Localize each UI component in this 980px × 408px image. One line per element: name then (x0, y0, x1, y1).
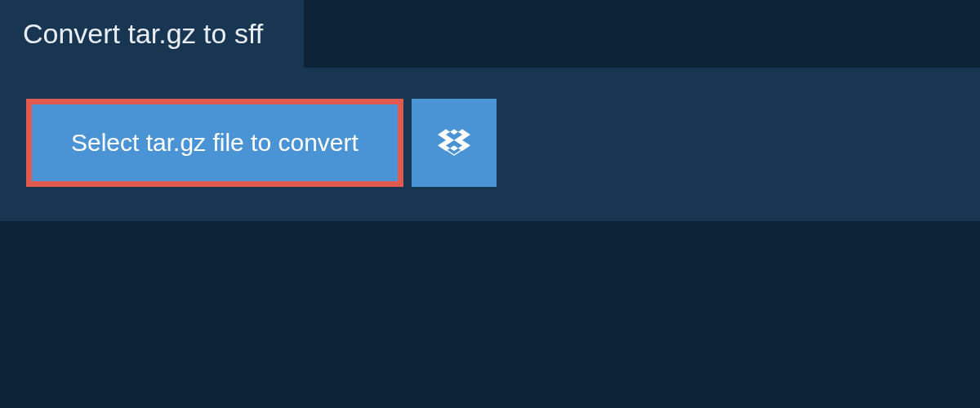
dropbox-icon (438, 126, 470, 159)
page-title: Convert tar.gz to sff (0, 0, 304, 68)
select-file-button[interactable]: Select tar.gz file to convert (26, 99, 403, 187)
main-panel: Select tar.gz file to convert (0, 68, 980, 221)
button-row: Select tar.gz file to convert (26, 99, 954, 187)
dropbox-button[interactable] (412, 99, 497, 187)
